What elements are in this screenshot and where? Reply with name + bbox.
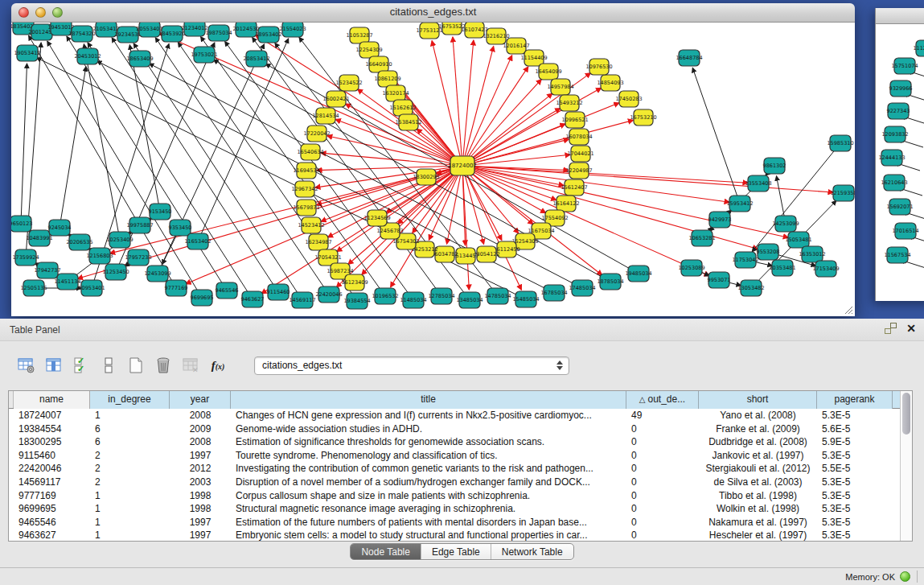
graph-node[interactable]: 17485034 xyxy=(569,280,595,296)
graph-node[interactable]: 16353012 xyxy=(799,246,825,262)
graph-node[interactable]: 14854093 xyxy=(597,75,623,91)
graph-node[interactable]: 14253099 xyxy=(772,216,799,232)
graph-node[interactable]: 20853412 xyxy=(243,51,269,67)
graph-node[interactable]: 10861209 xyxy=(374,71,400,87)
table-row[interactable]: 946554611997Estimation of the future num… xyxy=(9,516,900,529)
graph-node[interactable]: 15679871 xyxy=(293,200,319,216)
graph-node[interactable]: 9650123 xyxy=(11,216,32,232)
graph-node[interactable]: 9699695 xyxy=(191,290,214,306)
table-row[interactable]: 911546021997Tourette syndrome. Phenomeno… xyxy=(9,449,900,463)
graph-node[interactable]: 9465546 xyxy=(216,282,239,299)
graph-node[interactable]: 17044021 xyxy=(567,146,593,162)
tab-edge-table[interactable]: Edge Table xyxy=(421,544,491,559)
table-row[interactable]: 946362711997Embryonic stem cells: a mode… xyxy=(9,529,900,541)
graph-node[interactable]: 17957233 xyxy=(125,249,151,266)
column-header-pagerank[interactable]: pagerank xyxy=(817,391,893,409)
column-header-out_de[interactable]: △out_de... xyxy=(626,391,699,409)
graph-node[interactable]: 15234522 xyxy=(335,75,362,91)
table-row[interactable]: 2242004622012Investigating the contribut… xyxy=(9,462,900,476)
graph-node[interactable]: 15612407 xyxy=(561,179,587,196)
graph-node[interactable]: 18300295 xyxy=(413,169,439,185)
graph-node[interactable]: 15985310 xyxy=(827,135,853,151)
graph-node[interactable]: 19485034 xyxy=(625,266,651,282)
graph-node[interactable]: 16123409 xyxy=(341,274,368,290)
graph-node[interactable]: 9953071 xyxy=(708,272,731,288)
table-row[interactable]: 977716911998Corpus callosum shape and si… xyxy=(9,489,900,503)
graph-node[interactable]: 12814534 xyxy=(312,108,339,124)
graph-node[interactable]: 10196532 xyxy=(372,288,398,304)
graph-node[interactable]: 11053287 xyxy=(346,27,372,43)
graph-node[interactable]: 16164122 xyxy=(552,196,579,212)
graph-node[interactable]: 12204987 xyxy=(565,163,592,179)
scrollbar-thumb[interactable] xyxy=(902,393,910,435)
graph-node[interactable]: 11567534 xyxy=(884,247,910,263)
graph-node[interactable]: 17450283 xyxy=(615,91,642,107)
graph-node[interactable]: 17153409 xyxy=(812,261,839,277)
graph-node[interactable]: 18785034 xyxy=(597,274,623,290)
graph-node[interactable]: 21554023 xyxy=(279,23,306,37)
graph-node[interactable]: 15384512 xyxy=(395,114,421,130)
network-window[interactable]: citations_edges.txt 18724007152345221600… xyxy=(11,3,855,316)
graph-node[interactable]: 17359924 xyxy=(12,249,39,266)
graph-node[interactable]: 12093832 xyxy=(881,126,908,142)
graph-node[interactable]: 13553408 xyxy=(745,175,771,192)
graph-node[interactable]: 10653281 xyxy=(688,230,715,246)
graph-node[interactable]: 12444133 xyxy=(878,150,905,166)
graph-node[interactable]: 9329966 xyxy=(889,80,913,97)
table-row[interactable]: 1938455462009Genome-wide association stu… xyxy=(9,422,900,436)
graph-node[interactable]: 16540634 xyxy=(297,144,323,160)
delete-table-button[interactable]: ✕ xyxy=(179,353,203,377)
column-header-year[interactable]: year xyxy=(170,391,231,409)
graph-node[interactable]: 10953401 xyxy=(78,280,105,296)
graph-node[interactable]: 18953402 xyxy=(255,27,281,43)
select-columns-button[interactable] xyxy=(42,353,66,377)
graph-node[interactable]: 14785034 xyxy=(484,288,511,304)
graph-node[interactable]: 12785034 xyxy=(428,288,454,304)
graph-node[interactable]: 12453099 xyxy=(144,266,170,282)
table-row[interactable]: 969969511998Structural magnetic resonanc… xyxy=(9,502,900,516)
graph-node[interactable]: 12159358 xyxy=(830,185,855,201)
graph-node[interactable]: 11485034 xyxy=(400,292,426,308)
graph-node[interactable]: 10996521 xyxy=(561,112,588,128)
table-selector-dropdown[interactable]: citations_edges.txt xyxy=(254,356,569,375)
graph-node[interactable]: 13485034 xyxy=(456,292,483,308)
table-row[interactable]: 1872400712008Changes of HCN gene express… xyxy=(9,409,900,422)
graph-node[interactable]: 11753042 xyxy=(732,252,758,268)
graph-node[interactable]: 16648784 xyxy=(676,50,702,66)
network-canvas[interactable]: 1872400715234522160024211281453417220042… xyxy=(11,23,855,316)
background-window[interactable]: 1112150415751074932996692273431209383212… xyxy=(875,8,924,301)
graph-node[interactable]: 9353450 xyxy=(169,220,192,236)
graph-node[interactable]: 15493212 xyxy=(556,95,582,111)
graph-node[interactable]: 13216210 xyxy=(483,28,509,44)
graph-node[interactable]: 18754320 xyxy=(68,26,95,42)
graph-node[interactable]: 9861302 xyxy=(763,158,786,174)
table-row[interactable]: 1830029562008Estimation of significance … xyxy=(9,435,900,449)
selection-mode-button[interactable] xyxy=(97,353,121,377)
graph-node[interactable]: 9429973 xyxy=(708,212,732,228)
graph-node[interactable]: 16753210 xyxy=(630,109,656,126)
close-panel-icon[interactable]: ✕ xyxy=(906,323,916,334)
graph-node[interactable]: 11121504 xyxy=(913,40,924,56)
function-builder-button[interactable]: f(x) xyxy=(206,353,230,377)
graph-node[interactable]: 19975887 xyxy=(126,217,153,233)
tab-network-table[interactable]: Network Table xyxy=(491,544,573,559)
graph-node[interactable]: 15953412 xyxy=(726,196,753,212)
graph-node[interactable]: 16002421 xyxy=(322,91,349,107)
graph-node[interactable]: 17942737 xyxy=(34,262,60,278)
graph-node[interactable]: 12505135 xyxy=(20,280,47,296)
graph-node[interactable]: 13053482 xyxy=(737,280,764,296)
memory-ok-indicator[interactable] xyxy=(900,571,910,582)
graph-node[interactable]: 14569117 xyxy=(289,292,315,308)
graph-node[interactable]: 12156803 xyxy=(86,248,113,264)
table-settings-button[interactable] xyxy=(14,353,39,377)
graph-node[interactable]: 16078034 xyxy=(565,129,592,145)
graph-node[interactable]: 19753021 xyxy=(191,47,217,63)
graph-node[interactable]: 9153450 xyxy=(149,204,172,220)
delete-column-button[interactable] xyxy=(151,353,175,377)
graph-node[interactable]: 17220042 xyxy=(303,126,330,142)
graph-node[interactable]: 10976530 xyxy=(585,59,612,75)
column-header-title[interactable]: title xyxy=(231,391,626,409)
graph-node[interactable]: 17016514 xyxy=(892,223,918,239)
graph-node[interactable]: 15053481 xyxy=(785,232,811,248)
graph-node[interactable]: 15485034 xyxy=(512,291,539,307)
